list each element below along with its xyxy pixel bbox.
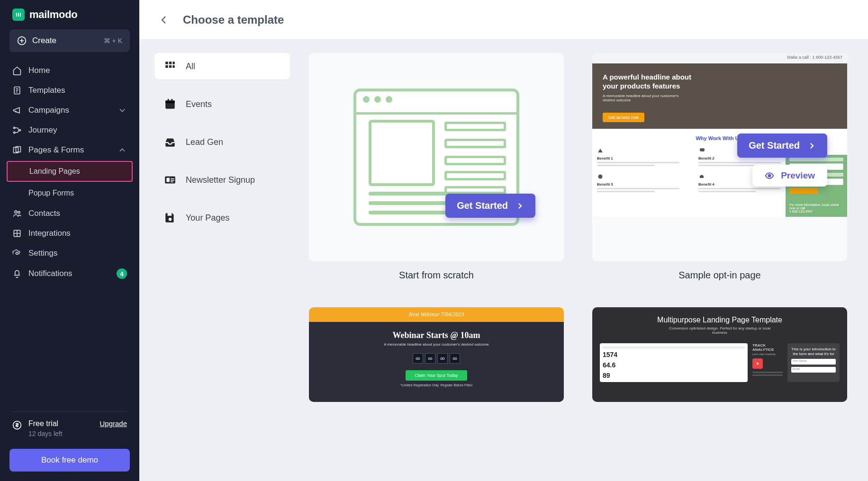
nav-sub-popup-forms[interactable]: Popup Forms [0,183,139,204]
svg-point-2 [14,127,15,128]
megaphone-icon [12,106,22,115]
svg-rect-14 [172,62,174,64]
category-lead-gen[interactable]: Lead Gen [154,129,290,155]
newsletter-icon [164,174,176,186]
nav-item-pages-forms[interactable]: Pages & Forms [0,140,139,160]
template-preview-optin[interactable]: Make a call : 1 800-123-4567 A powerful … [592,53,847,261]
category-label: All [186,62,195,71]
svg-rect-15 [165,65,168,68]
pages-icon [12,145,22,155]
nav-label: Integrations [28,229,71,238]
nav-label: Notifications [28,269,72,278]
svg-rect-21 [171,99,172,101]
category-label: Newsletter Signup [186,175,255,185]
nav-item-journey[interactable]: Journey [0,120,139,140]
create-label: Create [32,36,56,45]
preview-label: Preview [781,170,815,181]
preview-button[interactable]: Preview [752,165,827,187]
svg-rect-12 [165,62,168,64]
template-card: Multipurpose Landing Page Template Conve… [592,307,847,402]
nav-label: Campaigns [28,106,69,115]
nav-item-settings[interactable]: Settings [0,243,139,263]
brand-logo[interactable]: mailmodo [0,9,139,29]
category-all[interactable]: All [154,53,290,80]
svg-point-3 [14,132,15,133]
nav-label: Home [28,66,50,75]
svg-point-7 [15,211,17,213]
logo-icon [12,9,25,21]
nav-item-integrations[interactable]: Integrations [0,223,139,243]
webinar-note: *Limited Registration Only. Register Bef… [400,383,472,387]
multi-title: Multipurpose Landing Page Template [600,316,840,324]
nav-label: Pages & Forms [28,145,84,155]
svg-point-27 [169,218,172,221]
nav-item-templates[interactable]: Templates [0,80,139,100]
webinar-timer: 00 00 00 00 [413,353,460,364]
template-preview-webinar[interactable]: Next Webinar 7/04/2023 Webinar Starts @ … [309,307,564,402]
webinar-cta: Claim Your Spot Today [406,370,468,381]
save-icon [164,212,176,224]
svg-point-29 [598,175,603,179]
upgrade-link[interactable]: Upgrade [99,419,127,428]
category-label: Your Pages [186,213,229,223]
svg-rect-23 [166,178,170,182]
trial-days: 12 days left [28,430,63,437]
optin-hero-cta: Get access now [603,113,644,122]
svg-rect-20 [168,99,169,101]
webinar-bar: Next Webinar 7/04/2023 [309,307,564,322]
get-started-button[interactable]: Get Started [737,134,827,158]
home-icon [12,66,22,75]
nav-item-home[interactable]: Home [0,61,139,80]
chevron-right-icon [515,202,524,210]
nav-item-campaigns[interactable]: Campaigns [0,100,139,120]
svg-rect-24 [171,178,174,179]
play-icon [752,358,763,369]
create-shortcut: ⌘ + K [104,37,122,45]
template-card: Get Started Start from scratch [309,53,564,281]
create-button[interactable]: Create ⌘ + K [9,29,130,52]
divider [12,411,127,412]
svg-rect-30 [700,176,704,178]
sidebar: mailmodo Create ⌘ + K Home Templates Cam… [0,0,139,481]
svg-rect-16 [169,65,172,68]
webinar-sub: A memorable headline about your customer… [384,342,489,347]
svg-rect-25 [171,180,174,181]
template-preview-multipurpose[interactable]: Multipurpose Landing Page Template Conve… [592,307,847,402]
category-events[interactable]: Events [154,91,290,117]
svg-rect-13 [169,62,172,64]
template-card: Next Webinar 7/04/2023 Webinar Starts @ … [309,307,564,402]
nav-item-contacts[interactable]: Contacts [0,204,139,223]
category-newsletter[interactable]: Newsletter Signup [154,167,290,193]
nav-label: Contacts [28,209,60,218]
svg-rect-17 [172,65,174,68]
nav-sub-label: Landing Pages [29,167,80,176]
category-your-pages[interactable]: Your Pages [154,205,290,231]
back-button[interactable] [158,14,170,26]
nav-sub-label: Popup Forms [28,189,74,197]
book-demo-button[interactable]: Book free demo [9,449,130,472]
users-icon [12,209,22,218]
calendar-icon [164,98,176,110]
nav-label: Settings [28,249,57,258]
chevron-down-icon [118,106,127,115]
trial-status: Free trial 12 days left Upgrade [0,418,139,437]
nav-label: Journey [28,125,57,135]
nav-item-notifications[interactable]: Notifications 4 [0,263,139,284]
webinar-mock: Next Webinar 7/04/2023 Webinar Starts @ … [309,307,564,402]
integrations-icon [12,229,22,238]
template-grid: Get Started Start from scratch Make a ca… [309,53,853,468]
journey-icon [12,125,22,135]
notifications-badge: 4 [117,268,127,279]
nav-sub-landing-pages[interactable]: Landing Pages [7,161,133,182]
multi-form-head: This is your introduction to the form an… [791,347,836,356]
eye-icon [765,171,774,180]
get-started-button[interactable]: Get Started [445,194,535,218]
chevron-right-icon [807,142,816,150]
template-card: Make a call : 1 800-123-4567 A powerful … [592,53,847,281]
grid-icon [164,60,176,72]
plus-circle-icon [17,36,27,45]
template-preview-scratch[interactable]: Get Started [309,53,564,261]
primary-nav: Home Templates Campaigns Journey Pages &… [0,61,139,406]
optin-topbar: Make a call : 1 800-123-4567 [592,53,847,63]
brand-name: mailmodo [29,9,78,21]
